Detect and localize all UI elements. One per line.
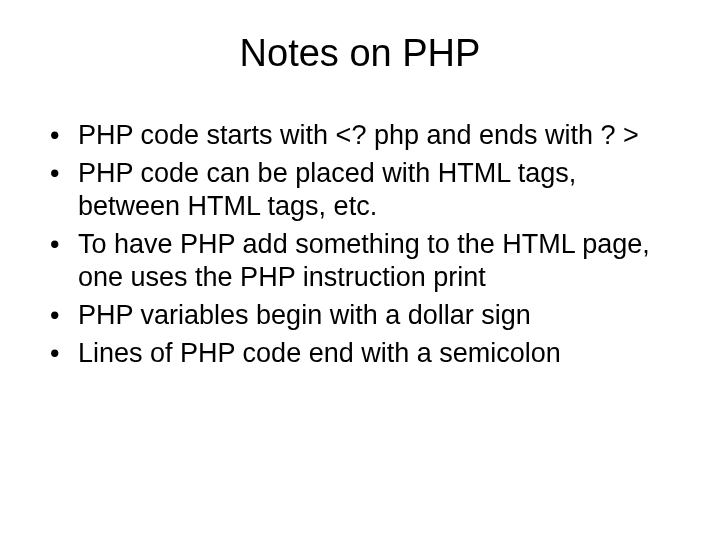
list-item: PHP variables begin with a dollar sign [48,299,682,331]
list-item: PHP code starts with <? php and ends wit… [48,119,682,151]
slide-title: Notes on PHP [28,32,692,75]
bullet-list: PHP code starts with <? php and ends wit… [28,119,692,370]
slide: Notes on PHP PHP code starts with <? php… [0,0,720,540]
list-item: Lines of PHP code end with a semicolon [48,337,682,369]
list-item: PHP code can be placed with HTML tags, b… [48,157,682,222]
list-item: To have PHP add something to the HTML pa… [48,228,682,293]
